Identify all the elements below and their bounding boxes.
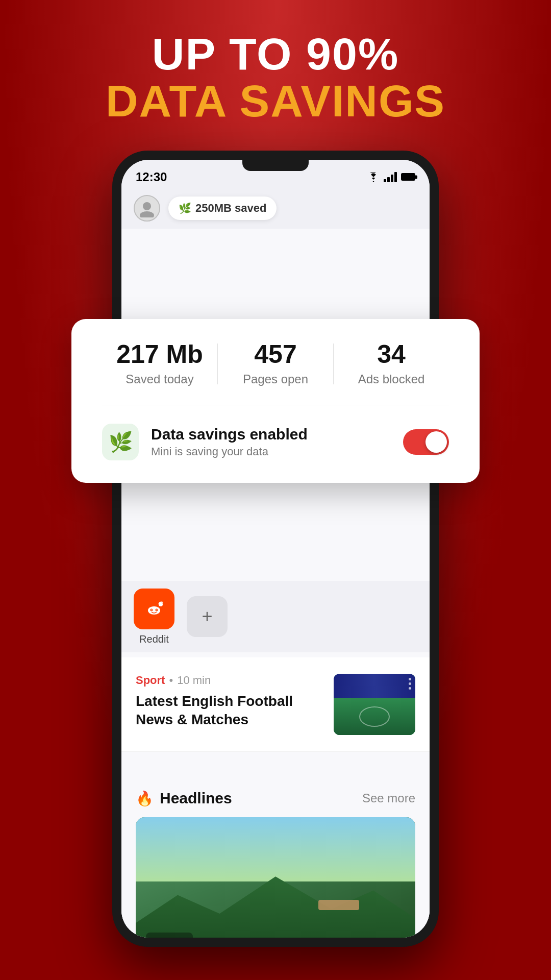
phone-wrapper: 12:30 <box>112 151 439 947</box>
svg-point-7 <box>152 609 153 610</box>
data-savings-row: 🌿 Data savings enabled Mini is saving yo… <box>102 424 449 460</box>
news-item[interactable]: Sport • 10 min Latest English Football N… <box>121 657 430 752</box>
saved-text: 250MB saved <box>195 202 266 215</box>
saved-badge: 🌿 250MB saved <box>168 197 277 220</box>
stats-row: 217 Mb Saved today 457 Pages open 34 Ads… <box>102 341 449 386</box>
svg-point-1 <box>140 211 154 217</box>
thumb-dot-1 <box>409 678 411 680</box>
card-divider <box>102 405 449 405</box>
user-icon <box>138 199 156 217</box>
sky-bg <box>136 817 415 881</box>
news-thumb-inner <box>334 674 415 735</box>
data-savings-toggle[interactable] <box>403 429 449 455</box>
headlines-header: 🔥 Headlines See more <box>121 777 430 817</box>
news-category: Sport <box>136 674 165 687</box>
stat-saved-today-value: 217 Mb <box>102 341 217 367</box>
header-line1: UP TO 90% <box>0 31 551 78</box>
fire-icon: 🔥 <box>136 790 154 807</box>
data-savings-subtitle: Mini is saving your data <box>151 445 391 458</box>
leaf-icon: 🌿 <box>179 202 191 214</box>
speedometer-icon: 🌿 <box>109 431 133 453</box>
stat-ads-blocked-value: 34 <box>334 341 449 367</box>
phone-notch <box>242 160 309 171</box>
headlines-section: 🔥 Headlines See more Travel <box>121 777 430 938</box>
football-field <box>334 698 415 735</box>
see-more-link[interactable]: See more <box>362 791 415 805</box>
headlines-title: Headlines <box>160 790 232 807</box>
quick-dial-row: Reddit + <box>121 581 430 652</box>
stat-saved-today-label: Saved today <box>102 372 217 386</box>
header-section: UP TO 90% DATA SAVINGS <box>0 31 551 125</box>
svg-point-0 <box>143 202 151 210</box>
news-title: Latest English Football News & Matches <box>136 692 323 729</box>
stat-pages-open: 457 Pages open <box>218 341 333 386</box>
svg-point-8 <box>157 609 158 610</box>
phone-screen: 12:30 <box>121 160 430 938</box>
status-time: 12:30 <box>136 170 167 184</box>
toggle-knob <box>425 431 447 453</box>
header-line2: DATA SAVINGS <box>0 78 551 125</box>
reddit-label: Reddit <box>139 633 169 645</box>
news-text: Sport • 10 min Latest English Football N… <box>136 674 323 729</box>
train-element <box>318 900 359 910</box>
news-category-row: Sport • 10 min <box>136 674 323 687</box>
stat-ads-blocked-label: Ads blocked <box>334 372 449 386</box>
wifi-icon <box>367 172 380 182</box>
thumb-dot-2 <box>409 682 411 685</box>
toggle-wrap[interactable] <box>403 429 449 455</box>
data-savings-title: Data savings enabled <box>151 426 391 443</box>
data-savings-icon-wrap: 🌿 <box>102 424 139 460</box>
news-thumbnail <box>334 674 415 735</box>
add-dial-item[interactable]: + <box>187 596 228 637</box>
field-lines <box>359 706 390 727</box>
crowd-bg <box>334 674 415 701</box>
floating-card: 217 Mb Saved today 457 Pages open 34 Ads… <box>71 319 480 483</box>
avatar <box>134 195 160 222</box>
reddit-icon <box>134 589 174 629</box>
signal-icon <box>384 172 397 182</box>
data-savings-text: Data savings enabled Mini is saving your… <box>151 426 391 458</box>
reddit-dial-item[interactable]: Reddit <box>134 589 174 645</box>
phone-frame: 12:30 <box>112 151 439 947</box>
stat-pages-open-value: 457 <box>218 341 333 367</box>
battery-icon <box>401 173 415 181</box>
stat-ads-blocked: 34 Ads blocked <box>334 341 449 386</box>
thumb-dots <box>409 678 411 690</box>
headline-label: Travel <box>146 933 193 938</box>
news-time-separator: • <box>169 674 173 687</box>
stat-pages-open-label: Pages open <box>218 372 333 386</box>
add-plus-icon: + <box>202 606 212 627</box>
headline-image[interactable]: Travel <box>136 817 415 938</box>
thumb-dot-3 <box>409 687 411 690</box>
add-dial-button[interactable]: + <box>187 596 228 637</box>
headline-image-content <box>136 817 415 938</box>
news-time: 10 min <box>177 674 211 687</box>
stat-saved-today: 217 Mb Saved today <box>102 341 217 386</box>
browser-header: 🌿 250MB saved <box>121 188 430 229</box>
news-section: Sport • 10 min Latest English Football N… <box>121 657 430 752</box>
reddit-logo <box>142 597 166 621</box>
status-icons <box>367 172 415 182</box>
headlines-title-row: 🔥 Headlines <box>136 790 232 807</box>
